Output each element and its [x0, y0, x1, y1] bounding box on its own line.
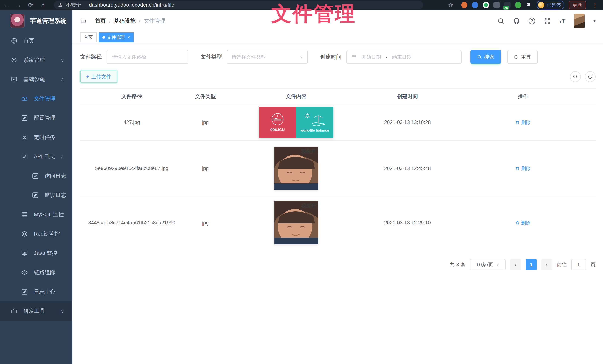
- sidebar-item-trace[interactable]: 链路追踪: [0, 263, 72, 282]
- file-type-select[interactable]: 请选择文件类型 ∨: [227, 50, 308, 64]
- goto-label: 前往: [557, 261, 567, 268]
- tab-label: 首页: [84, 34, 93, 40]
- chevron-down-icon: ∨: [496, 262, 499, 267]
- sidebar-item-devtools[interactable]: 研发工具 ∨: [0, 301, 72, 321]
- close-icon[interactable]: ×: [127, 35, 130, 40]
- active-dot: [103, 36, 105, 39]
- extension-icon[interactable]: on: [504, 2, 510, 8]
- security-label[interactable]: 不安全: [66, 2, 81, 8]
- extension-icon[interactable]: [493, 2, 500, 8]
- sidebar-item-file-manage[interactable]: 文件管理: [0, 89, 72, 108]
- github-icon[interactable]: [513, 17, 520, 24]
- extension-icon[interactable]: [483, 2, 489, 8]
- upload-file-button[interactable]: + 上传文件: [80, 70, 117, 83]
- caret-down-icon[interactable]: ▾: [593, 18, 596, 23]
- sidebar-item-access-log[interactable]: 访问日志: [0, 166, 72, 186]
- browser-menu-icon[interactable]: ⋮: [590, 2, 600, 8]
- reset-button[interactable]: 重置: [507, 50, 538, 64]
- app-title: 芋道管理系统: [30, 17, 67, 25]
- search-icon: [477, 55, 482, 59]
- update-button[interactable]: 更新: [569, 1, 586, 10]
- col-actions: 操作: [450, 93, 596, 100]
- fullscreen-icon[interactable]: [544, 17, 551, 24]
- doc-edit-icon: [32, 173, 39, 179]
- date-range-picker[interactable]: 开始日期 - 结束日期: [347, 50, 462, 64]
- font-size-icon[interactable]: TT: [559, 17, 566, 25]
- calendar-icon: [351, 54, 357, 60]
- main-area: 首页 / 基础设施 / 文件管理 ? TT ▾ 首页 文件管: [72, 10, 603, 364]
- app-logo-row[interactable]: 芋道管理系统: [0, 10, 72, 31]
- trash-icon: [515, 120, 520, 125]
- prev-page-button[interactable]: ‹: [510, 259, 521, 270]
- sidebar-item-config[interactable]: 配置管理: [0, 108, 72, 128]
- delete-button[interactable]: 删除: [515, 165, 531, 171]
- sidebar-item-api-log[interactable]: API 日志 ∧: [0, 147, 72, 166]
- help-icon[interactable]: ?: [529, 18, 535, 24]
- file-preview-baby-meme[interactable]: 我裂开了: [274, 201, 318, 244]
- cell-create-time: 2021-03-13 13:10:28: [365, 120, 450, 125]
- sidebar-item-redis[interactable]: Redis 监控: [0, 224, 72, 244]
- security-warning-icon: ⚠: [58, 2, 63, 8]
- col-file-type: 文件类型: [183, 93, 228, 100]
- globe-icon: [11, 37, 17, 44]
- browser-reload-icon[interactable]: ⟳: [24, 1, 37, 9]
- search-button[interactable]: 搜索: [470, 50, 501, 64]
- delete-label: 删除: [521, 165, 531, 171]
- delete-button[interactable]: 删除: [515, 119, 531, 125]
- tab-home[interactable]: 首页: [80, 33, 96, 42]
- breadcrumb-infra[interactable]: 基础设施: [114, 17, 136, 25]
- next-page-button[interactable]: ›: [541, 259, 552, 270]
- sidebar-item-mysql[interactable]: MySQL 监控: [0, 205, 72, 224]
- extension-icon[interactable]: [472, 2, 478, 8]
- extension-icon[interactable]: [461, 2, 467, 8]
- page-unit-label: 页: [591, 261, 596, 268]
- sidebar-item-cron[interactable]: 定时任务: [0, 128, 72, 147]
- profile-paused-chip[interactable]: 已暂停: [536, 1, 564, 10]
- sidebar-item-error-log[interactable]: 错误日志: [0, 186, 72, 205]
- search-icon[interactable]: [497, 17, 504, 24]
- sidebar-item-infra[interactable]: 基础设施 ∧: [0, 70, 72, 89]
- file-path-input[interactable]: [106, 50, 188, 64]
- browser-back-icon[interactable]: ←: [0, 2, 12, 9]
- browser-home-icon[interactable]: ⌂: [37, 2, 49, 9]
- refresh-table-button[interactable]: [585, 71, 596, 82]
- doc-edit-icon: [21, 288, 28, 295]
- file-preview-baby-meme[interactable]: 我裂开了: [274, 147, 318, 190]
- sidebar-item-system[interactable]: 系统管理 ∨: [0, 50, 72, 70]
- browser-forward-icon[interactable]: →: [12, 2, 24, 9]
- end-date-placeholder: 结束日期: [392, 54, 412, 60]
- page-size-select[interactable]: 10条/页 ∨: [470, 259, 506, 270]
- gear-icon: [11, 57, 17, 64]
- browser-extensions-area: ☆ on 已暂停 更新 ⋮: [444, 1, 603, 10]
- trash-icon: [515, 220, 520, 225]
- breadcrumb-home[interactable]: 首页: [95, 17, 106, 25]
- hamburger-icon[interactable]: [80, 18, 87, 24]
- upload-label: 上传文件: [91, 73, 111, 80]
- toggle-search-button[interactable]: [570, 71, 581, 82]
- sidebar-item-java[interactable]: Java 监控: [0, 244, 72, 263]
- bookmark-star-icon[interactable]: ☆: [444, 1, 457, 9]
- pagination: 共 3 条 10条/页 ∨ ‹ 1 › 前往 页: [72, 259, 596, 270]
- sidebar-item-label: 系统管理: [23, 57, 45, 64]
- sidebar-item-home[interactable]: 首页: [0, 31, 72, 50]
- extension-icon[interactable]: [515, 2, 521, 8]
- sidebar-item-label: 研发工具: [23, 307, 45, 315]
- user-avatar[interactable]: [574, 13, 585, 28]
- paused-label: 已暂停: [546, 2, 561, 8]
- delete-label: 删除: [521, 220, 531, 226]
- select-placeholder: 请选择文件类型: [232, 54, 266, 60]
- meme-caption: 我裂开了: [301, 203, 318, 209]
- tab-file-manage[interactable]: 文件管理 ×: [99, 33, 134, 42]
- file-preview-996icu[interactable]: 996.ICU work-life balance: [259, 107, 333, 138]
- cell-file-path: 427.jpg: [80, 120, 183, 125]
- url-text[interactable]: dashboard.yudao.iocoder.cn/infra/file: [89, 2, 174, 8]
- refresh-icon: [514, 55, 519, 59]
- delete-button[interactable]: 删除: [515, 220, 531, 226]
- goto-page-input[interactable]: [571, 259, 586, 270]
- page-number-1[interactable]: 1: [526, 259, 537, 270]
- address-bar[interactable]: ⚠ 不安全 | dashboard.yudao.iocoder.cn/infra…: [54, 1, 423, 9]
- cell-file-path: 5e8609290e915c4fa8b08e67.jpg: [80, 166, 183, 171]
- trash-icon: [515, 166, 520, 171]
- sidebar-item-log-center[interactable]: 日志中心: [0, 282, 72, 301]
- puzzle-extensions-icon[interactable]: [526, 2, 532, 8]
